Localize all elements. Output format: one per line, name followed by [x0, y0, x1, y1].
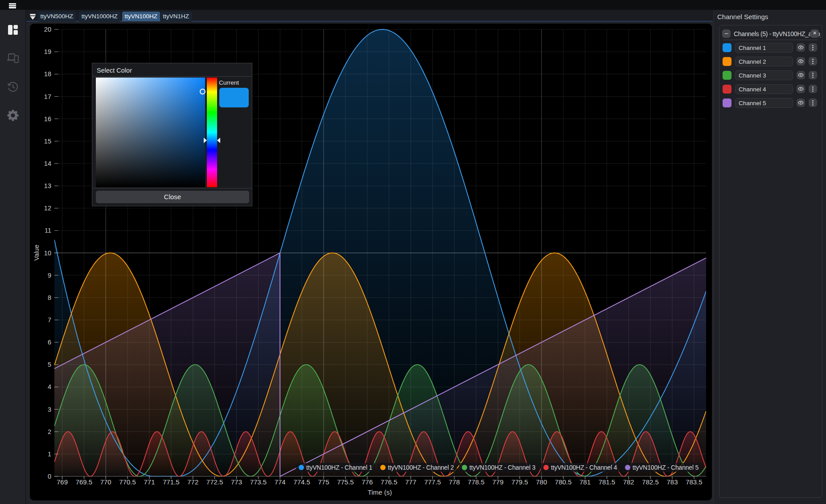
- svg-text:782: 782: [623, 478, 634, 486]
- svg-text:773: 773: [231, 478, 242, 486]
- svg-text:783: 783: [666, 478, 678, 486]
- svg-text:780.5: 780.5: [555, 478, 572, 486]
- svg-text:10: 10: [44, 250, 51, 257]
- svg-text:20: 20: [44, 26, 51, 33]
- svg-text:2: 2: [48, 428, 51, 435]
- svg-text:4: 4: [48, 383, 51, 390]
- svg-text:775: 775: [318, 478, 329, 486]
- svg-text:782.5: 782.5: [642, 478, 659, 486]
- svg-text:777.5: 777.5: [424, 478, 441, 486]
- svg-text:773.5: 773.5: [250, 478, 267, 486]
- svg-text:779.5: 779.5: [511, 478, 528, 486]
- svg-text:778: 778: [449, 478, 460, 486]
- svg-text:16: 16: [44, 115, 51, 123]
- svg-text:13: 13: [44, 182, 51, 189]
- svg-text:769.5: 769.5: [76, 478, 93, 486]
- svg-text:14: 14: [44, 160, 51, 167]
- svg-text:769: 769: [57, 478, 68, 486]
- svg-text:771.5: 771.5: [163, 478, 180, 486]
- svg-text:777: 777: [405, 478, 416, 486]
- svg-text:774: 774: [275, 478, 286, 486]
- svg-text:7: 7: [48, 316, 51, 324]
- svg-text:9: 9: [48, 272, 51, 279]
- svg-text:774.5: 774.5: [293, 478, 310, 486]
- svg-text:19: 19: [44, 48, 51, 55]
- svg-text:770: 770: [100, 478, 111, 486]
- svg-text:5: 5: [48, 361, 51, 368]
- svg-text:18: 18: [44, 70, 51, 78]
- svg-text:17: 17: [44, 93, 51, 100]
- svg-text:772.5: 772.5: [206, 478, 223, 486]
- svg-text:778.5: 778.5: [468, 478, 485, 486]
- svg-text:0: 0: [48, 473, 51, 480]
- svg-text:783.5: 783.5: [686, 478, 703, 486]
- svg-text:Time (s): Time (s): [368, 488, 392, 496]
- svg-text:8: 8: [48, 294, 51, 301]
- svg-text:775.5: 775.5: [337, 478, 354, 486]
- svg-text:11: 11: [45, 227, 51, 234]
- svg-text:12: 12: [44, 205, 51, 212]
- svg-text:772: 772: [187, 478, 198, 486]
- svg-text:6: 6: [48, 339, 51, 346]
- svg-text:776.5: 776.5: [381, 478, 398, 486]
- svg-text:780: 780: [536, 478, 547, 486]
- svg-text:Value: Value: [33, 245, 40, 261]
- svg-text:15: 15: [44, 138, 51, 145]
- svg-text:3: 3: [48, 406, 51, 413]
- svg-text:771: 771: [144, 478, 155, 486]
- svg-text:781: 781: [579, 478, 591, 486]
- svg-text:779: 779: [492, 478, 503, 486]
- svg-text:770.5: 770.5: [119, 478, 136, 486]
- svg-text:781.5: 781.5: [599, 478, 616, 486]
- svg-text:776: 776: [362, 478, 373, 486]
- svg-text:1: 1: [48, 451, 51, 458]
